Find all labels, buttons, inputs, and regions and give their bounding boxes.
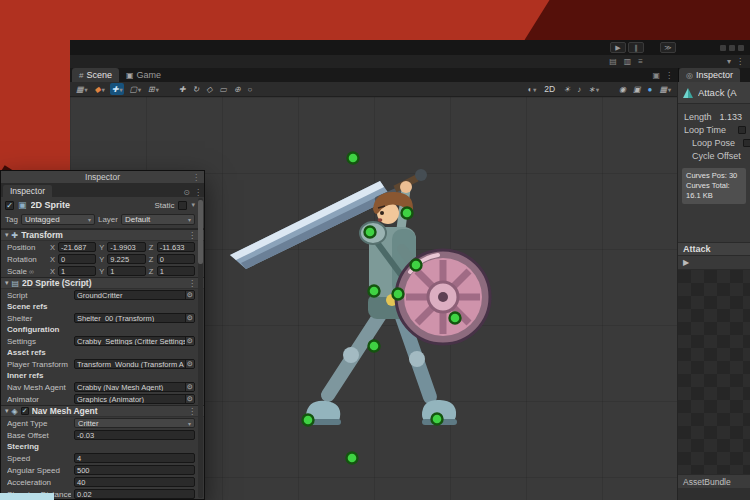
acceleration-field[interactable]: 40 bbox=[74, 477, 195, 487]
kebab-menu-icon[interactable]: ⋮ bbox=[736, 57, 744, 66]
scene-camera-button[interactable]: ▣ bbox=[631, 83, 643, 95]
player-transform-value: Transform_Wondu (Transform A bbox=[77, 360, 185, 369]
tab-inspector[interactable]: ◎ Inspector bbox=[679, 68, 740, 82]
rotation-z-field[interactable]: 0 bbox=[157, 254, 195, 264]
hand-tool-button[interactable]: ✚ bbox=[177, 83, 188, 95]
rect-tool-button[interactable]: ▭ bbox=[217, 83, 229, 95]
foldout-icon[interactable]: ▾ bbox=[5, 279, 9, 287]
grid-snap-tool-button[interactable]: ⊞▾ bbox=[146, 83, 161, 95]
layer-dropdown[interactable]: Default▾ bbox=[121, 214, 195, 225]
floating-inspector-tab[interactable]: Inspector bbox=[3, 185, 52, 197]
pivot-tool-button[interactable]: ◆▾ bbox=[93, 83, 107, 95]
scale-x-field[interactable]: 1 bbox=[58, 266, 96, 276]
toggle-2d-button[interactable]: 2D bbox=[541, 83, 558, 95]
scale-z-field[interactable]: 1 bbox=[157, 266, 195, 276]
agent-type-dropdown[interactable]: Critter▾ bbox=[74, 418, 195, 428]
layout-icon[interactable]: ▥ bbox=[624, 57, 632, 66]
shelter-field[interactable]: Shelter_00 (Transform)⊙ bbox=[74, 313, 195, 323]
script-value: GroundCritter bbox=[77, 291, 185, 300]
transform-title: Transform bbox=[21, 230, 185, 240]
scale-y-field[interactable]: 1 bbox=[107, 266, 145, 276]
navmeshagent-component-header[interactable]: ▾ ◈ ✓ Nav Mesh Agent ⋮ bbox=[1, 405, 204, 417]
base-offset-field[interactable]: -0.03 bbox=[74, 430, 195, 440]
window-control-icon[interactable] bbox=[738, 45, 744, 51]
object-picker-icon[interactable]: ⊙ bbox=[185, 360, 194, 368]
grid-icon: ▦ bbox=[659, 85, 667, 94]
position-z-field[interactable]: -11.633 bbox=[157, 242, 195, 252]
gameobject-name-field[interactable]: 2D Sprite bbox=[31, 200, 151, 210]
component-menu-icon[interactable]: ⋮ bbox=[188, 407, 196, 416]
visibility-button[interactable]: ◉ bbox=[617, 83, 628, 95]
object-picker-icon[interactable]: ⊙ bbox=[185, 291, 194, 299]
lock-icon[interactable]: ⊙ bbox=[183, 188, 190, 197]
animator-field[interactable]: Graphics (Animator)⊙ bbox=[74, 394, 195, 404]
stopping-distance-field[interactable]: 0.02 bbox=[74, 489, 195, 499]
window-menu-icon[interactable]: ⋮ bbox=[192, 173, 200, 182]
script-field[interactable]: GroundCritter⊙ bbox=[74, 290, 195, 300]
position-y-field[interactable]: -1.9903 bbox=[107, 242, 145, 252]
animation-clip-icon bbox=[682, 87, 694, 99]
nav-mesh-agent-field[interactable]: Crabby (Nav Mesh Agent)⊙ bbox=[74, 382, 195, 392]
view-options-tool-button[interactable]: ▦▾ bbox=[74, 83, 90, 95]
foldout-icon[interactable]: ▾ bbox=[5, 407, 9, 415]
window-control-icon[interactable] bbox=[720, 45, 726, 51]
pause-button[interactable]: ∥ bbox=[628, 42, 644, 53]
tab-menu-icon[interactable]: ⋮ bbox=[665, 71, 673, 80]
play-button[interactable]: ▶ bbox=[610, 42, 626, 53]
speed-field[interactable]: 4 bbox=[74, 453, 195, 463]
static-dropdown-icon[interactable]: ▾ bbox=[191, 201, 195, 209]
custom-tool-button[interactable]: ○ bbox=[246, 83, 255, 95]
preview-header[interactable]: Attack bbox=[678, 242, 750, 256]
animator-label: Animator bbox=[7, 395, 71, 404]
rotation-y-field[interactable]: 9.225 bbox=[107, 254, 145, 264]
preview-area[interactable] bbox=[678, 270, 750, 474]
tab-kebab-icon[interactable]: ⋮ bbox=[194, 188, 202, 197]
layers-icon[interactable]: ▤ bbox=[609, 57, 617, 66]
scale-tool-button[interactable]: ◇ bbox=[204, 83, 214, 95]
transform-component-header[interactable]: ▾ ✚ Transform ⋮ bbox=[1, 229, 204, 241]
component-tools-button[interactable]: ● bbox=[646, 83, 655, 95]
tag-dropdown[interactable]: Untagged▾ bbox=[21, 214, 95, 225]
gizmos-button[interactable]: ▦▾ bbox=[657, 83, 673, 95]
object-picker-icon[interactable]: ⊙ bbox=[185, 383, 194, 391]
position-x-field[interactable]: -21.687 bbox=[58, 242, 96, 252]
transform-tool-button[interactable]: ⊕ bbox=[232, 83, 243, 95]
scrollbar-thumb[interactable] bbox=[198, 200, 203, 264]
settings-field[interactable]: Crabby_Settings (Critter Settings)⊙ bbox=[74, 336, 195, 346]
move-tool-button[interactable]: ✚▾ bbox=[110, 83, 125, 95]
window-control-icon[interactable] bbox=[729, 45, 735, 51]
object-picker-icon[interactable]: ⊙ bbox=[185, 337, 194, 345]
rect-snap-tool-button[interactable]: ▢▾ bbox=[127, 83, 143, 95]
floating-window-titlebar[interactable]: Inspector ⋮ bbox=[1, 171, 204, 184]
static-checkbox[interactable] bbox=[178, 201, 187, 210]
camera-preview-icon[interactable]: ▣ bbox=[652, 71, 660, 80]
inspector-scrollbar[interactable] bbox=[198, 198, 203, 498]
active-checkbox[interactable]: ✓ bbox=[5, 201, 14, 210]
step-button[interactable]: ≫ bbox=[660, 42, 676, 53]
effects-button[interactable]: ∗▾ bbox=[586, 83, 601, 95]
window-controls[interactable] bbox=[720, 45, 744, 51]
angular-speed-field[interactable]: 500 bbox=[74, 465, 195, 475]
object-picker-icon[interactable]: ⊙ bbox=[185, 314, 194, 322]
tab-game[interactable]: ▣ Game bbox=[119, 68, 168, 82]
scene-audio-button[interactable]: ♪ bbox=[575, 83, 583, 95]
scene-lighting-button[interactable]: ☀ bbox=[561, 83, 572, 95]
object-picker-icon[interactable]: ⊙ bbox=[185, 395, 194, 403]
preview-play-button[interactable]: ▶ bbox=[683, 258, 689, 267]
component-menu-icon[interactable]: ⋮ bbox=[188, 279, 196, 288]
shading-mode-button[interactable]: ◐▾ bbox=[525, 83, 538, 95]
menu-icon[interactable]: ≡ bbox=[638, 57, 643, 66]
component-menu-icon[interactable]: ⋮ bbox=[188, 231, 196, 240]
rotation-x-field[interactable]: 0 bbox=[58, 254, 96, 264]
rotate-tool-button[interactable]: ↻ bbox=[190, 83, 201, 95]
player-transform-field[interactable]: Transform_Wondu (Transform A⊙ bbox=[74, 359, 195, 369]
dropdown-icon[interactable]: ▾ bbox=[727, 57, 731, 66]
tab-scene[interactable]: # Scene bbox=[72, 68, 119, 82]
loop-pose-checkbox[interactable] bbox=[743, 139, 750, 147]
scale-link-icon[interactable]: ∞ bbox=[29, 268, 34, 275]
assetbundle-bar[interactable]: AssetBundle bbox=[678, 474, 750, 488]
foldout-icon[interactable]: ▾ bbox=[5, 231, 9, 239]
loop-time-checkbox[interactable] bbox=[738, 126, 746, 134]
navmeshagent-enabled-checkbox[interactable]: ✓ bbox=[21, 407, 29, 415]
script-component-header[interactable]: ▾ ▤ 2D Sprite (Script) ⋮ bbox=[1, 277, 204, 289]
